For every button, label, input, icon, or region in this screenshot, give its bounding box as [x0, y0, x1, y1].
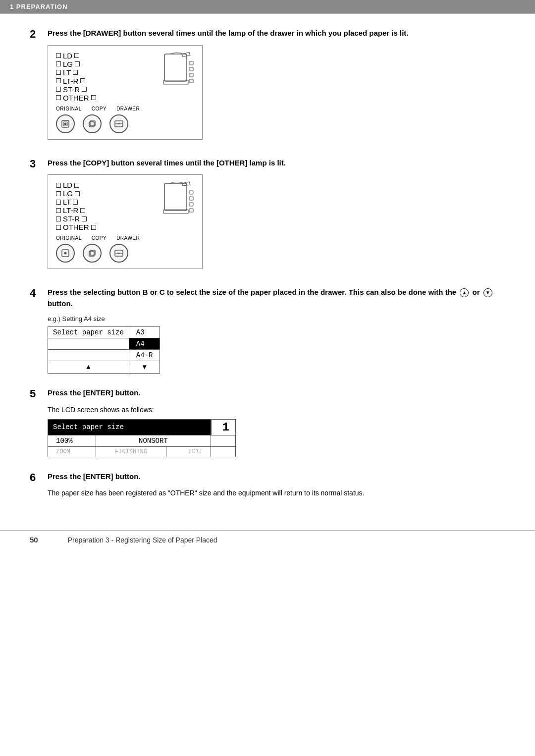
checkbox-ltr-left: [56, 78, 61, 83]
lcd-row2: ZOOM FINISHING EDIT: [48, 446, 236, 457]
svg-rect-11: [189, 73, 193, 77]
step-3-text: Press the [COPY] button several times un…: [48, 158, 505, 169]
checkbox-ltr2-left: [56, 208, 61, 213]
panel-diagram-1: LD LG LT: [48, 45, 203, 140]
label-other2: OTHER: [63, 223, 89, 231]
checkbox-lg2-right: [75, 191, 80, 196]
panel-buttons-1: [56, 114, 140, 133]
panel-inner-1: LD LG LT: [56, 52, 194, 133]
label-original: ORIGINAL: [56, 106, 82, 111]
lcd-table: Select paper size 1 100% NONSORT ZOOM FI…: [48, 419, 236, 457]
step-2-number: 2: [30, 28, 48, 41]
paper-size-a4r-row: A4-R: [48, 350, 160, 361]
step-2: 2 Press the [DRAWER] button several time…: [30, 28, 505, 144]
label-copy: COPY: [92, 106, 107, 111]
svg-rect-20: [164, 183, 187, 211]
panel-buttons-2: [56, 244, 140, 263]
step-6-number: 6: [30, 471, 48, 484]
checkbox-str-right: [82, 87, 87, 92]
step-3-content: Press the [COPY] button several times un…: [48, 158, 505, 273]
panel-left-2: LD LG LT: [56, 181, 140, 263]
paper-select-header: Select paper size: [48, 327, 129, 338]
step-3-number: 3: [30, 158, 48, 170]
paper-select-header-row: Select paper size A3: [48, 327, 160, 338]
checkbox-other2-left: [56, 225, 61, 230]
footer-text: Preparation 3 - Registering Size of Pape…: [68, 536, 217, 544]
paper-size-a3: A3: [129, 327, 160, 338]
step-2-text: Press the [DRAWER] button several times …: [48, 28, 505, 39]
paper-select-table: Select paper size A3 A4 A4-R ▲ ▼: [48, 326, 160, 374]
label-drawer: DRAWER: [116, 106, 140, 111]
svg-rect-23: [189, 197, 193, 200]
lcd-zoom: 100%: [48, 435, 96, 446]
checkbox-lg-left: [56, 61, 61, 66]
label-lg: LG: [63, 60, 73, 68]
checkbox-ld2-right: [74, 183, 79, 188]
panel-row-ltr: LT-R: [56, 77, 140, 85]
panel-row-lg: LG: [56, 60, 140, 68]
step-5: 5 Press the [ENTER] button. The LCD scre…: [30, 387, 505, 457]
footer-page-number: 50: [30, 536, 38, 544]
label-lt: LT: [63, 68, 71, 77]
checkbox-ltr-right: [80, 78, 85, 83]
copy-btn-2[interactable]: [83, 244, 102, 263]
lcd-header-text: Select paper size: [53, 423, 124, 431]
original-btn[interactable]: [56, 114, 75, 133]
checkbox-lt2-right: [73, 200, 78, 205]
paper-size-a4r: A4-R: [129, 350, 160, 361]
svg-rect-8: [163, 80, 188, 84]
arrow-down-icon[interactable]: ▼: [142, 363, 146, 371]
label-str2: ST-R: [63, 215, 80, 223]
label-ltr: LT-R: [63, 77, 78, 85]
header-label: 1 PREPARATION: [10, 3, 68, 10]
checkbox-other-right: [91, 95, 96, 100]
paper-size-a4: A4: [129, 338, 160, 350]
checkbox-str-left: [56, 87, 61, 92]
panel-row-lt-2: LT: [56, 198, 140, 206]
checkbox-lt2-left: [56, 200, 61, 205]
checkbox-lg-right: [75, 61, 80, 66]
original-btn-2[interactable]: [56, 244, 75, 263]
header-bar: 1 PREPARATION: [0, 0, 535, 13]
paper-select-arrow-row: ▲ ▼: [48, 361, 160, 374]
lcd-zoom-label: ZOOM: [48, 446, 96, 457]
step-5-number: 5: [30, 387, 48, 400]
drawer-btn-2[interactable]: [109, 244, 128, 263]
panel-row-ld-2: LD: [56, 181, 140, 189]
step-2-content: Press the [DRAWER] button several times …: [48, 28, 505, 144]
label-lg2: LG: [63, 189, 73, 198]
panel-row-other: OTHER: [56, 94, 140, 102]
step-6-text: Press the [ENTER] button.: [48, 471, 505, 483]
drawer-btn[interactable]: [109, 114, 128, 133]
step-5-text: Press the [ENTER] button.: [48, 387, 505, 399]
panel-row-ltr-2: LT-R: [56, 206, 140, 215]
lcd-header-cell: Select paper size: [48, 419, 211, 435]
main-content: 2 Press the [DRAWER] button several time…: [0, 14, 535, 530]
checkbox-lt-left: [56, 70, 61, 75]
step-4-text-part2: button.: [48, 299, 73, 308]
lcd-finishing-label: FINISHING: [96, 446, 166, 457]
label-copy-2: COPY: [92, 235, 107, 241]
lcd-nonsort: NONSORT: [96, 435, 211, 446]
paper-select-label-empty: [48, 338, 129, 350]
label-other: OTHER: [63, 94, 89, 102]
label-drawer-2: DRAWER: [116, 235, 140, 241]
paper-size-selected-row: A4: [48, 338, 160, 350]
step-4-note: e.g.) Setting A4 size: [48, 315, 505, 323]
step-4-arrow-up: ▲: [460, 288, 469, 297]
machine-svg-2: [150, 181, 194, 230]
arrow-up-icon[interactable]: ▲: [86, 363, 90, 371]
step-4-number: 4: [30, 287, 48, 300]
panel-row-str-2: ST-R: [56, 215, 140, 223]
copy-btn[interactable]: [83, 114, 102, 133]
label-ltr2: LT-R: [63, 206, 78, 215]
panel-row-ld: LD: [56, 52, 140, 60]
checkbox-other2-right: [91, 225, 96, 230]
lcd-header-row: Select paper size 1: [48, 419, 236, 435]
checkbox-ld2-left: [56, 183, 61, 188]
checkbox-other-left: [56, 95, 61, 100]
svg-rect-22: [189, 191, 193, 194]
step-4-or: or: [473, 288, 480, 296]
label-ld2: LD: [63, 181, 72, 189]
lcd-number-cell: 1: [211, 419, 236, 435]
